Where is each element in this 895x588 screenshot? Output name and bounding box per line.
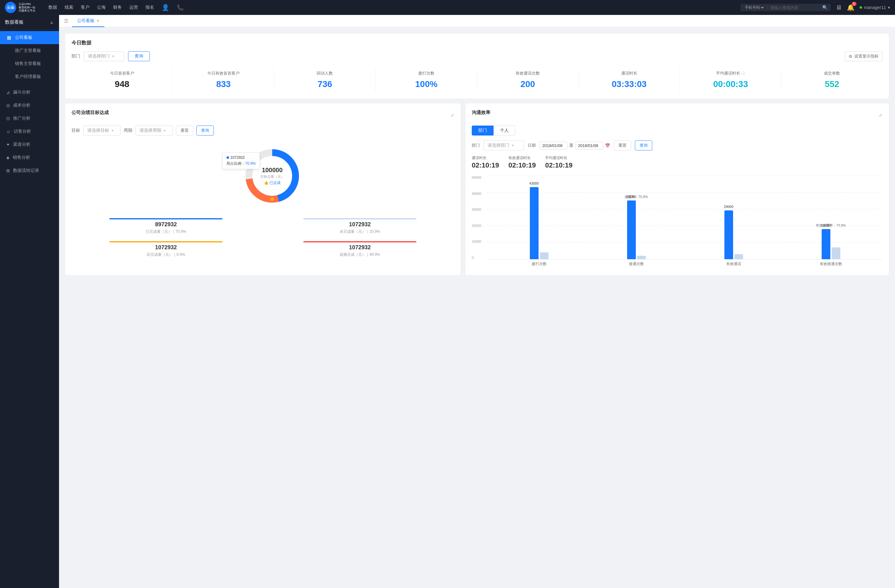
bar-pair-2: 29000	[724, 211, 743, 259]
period-select[interactable]: 请选择周期 ▾	[135, 126, 173, 135]
tab-company[interactable]: 公司看板 ✕	[72, 15, 105, 27]
stat-item-7: 成交单数 552	[781, 67, 883, 92]
stat-item-4: 有效通话次数 200	[477, 67, 579, 92]
user-info[interactable]: manager11 ▾	[860, 5, 890, 10]
sidebar-item-company[interactable]: ▦ 公司看板	[0, 31, 59, 44]
donut-tooltip: 1072932 所占比例：70.9%	[223, 153, 260, 169]
filter-left: 部门 请选择部门 ▾ 查询	[71, 51, 150, 61]
main: ☰ 公司看板 ✕ 今日数据 部门 请选择部门 ▾ 查询	[59, 15, 895, 588]
settings-btn[interactable]: ⚙ 设置显示指标	[845, 51, 883, 61]
sidebar-item-channel[interactable]: ✦渠道分析	[0, 138, 59, 151]
comm-dept-arrow: ▾	[512, 143, 514, 148]
completed-value: 8972932	[71, 221, 261, 228]
bar-3-label: 18000	[821, 223, 831, 227]
target-expand-icon[interactable]: ⤢	[451, 113, 454, 118]
sidebar-item-funnel[interactable]: ⊿漏斗分析	[0, 86, 59, 99]
stat-value-7: 552	[784, 79, 880, 89]
today-query-btn[interactable]: 查询	[128, 51, 150, 61]
dept-select[interactable]: 请选择部门 ▾	[84, 51, 124, 61]
target-stats-grid: 8972932 已完成量（元）｜70.9% 1072932 未完成量（元）｜20…	[71, 216, 454, 257]
donut-center: 100000 目标总量（元） 👍 已达成	[261, 167, 284, 186]
stat-value-5: 03:33:03	[581, 79, 677, 89]
phone-icon[interactable]: 📞	[177, 4, 184, 11]
search-type-select[interactable]: 手机号码	[744, 5, 765, 10]
x-label-3: 有效接通次数	[782, 261, 880, 267]
target-select[interactable]: 请选择目标 ▾	[83, 126, 121, 135]
search-divider	[767, 5, 768, 10]
stat-box-over: 1072932 超额完成（元）｜89.9%	[265, 239, 454, 257]
bar-0-light	[540, 252, 549, 259]
bar-group-3: 有效接通率：70.9% 18000	[782, 223, 880, 259]
bar-pair-0: 43000	[530, 187, 549, 259]
chart-area: 43000 接通率：70.9%	[487, 176, 883, 259]
dropdown-arrow: ▾	[888, 5, 890, 10]
date-to-input[interactable]	[575, 142, 603, 150]
bar-3-main: 18000	[822, 229, 830, 259]
period-select-text: 请选择周期	[140, 128, 161, 133]
nav-right: 手机号码 🔍 🖥 🔔 5 manager11 ▾	[740, 4, 890, 11]
nav-item-sea[interactable]: 公海	[97, 5, 106, 10]
comm-tab-personal[interactable]: 个人	[493, 126, 515, 135]
nav-item-ops[interactable]: 运营	[129, 5, 138, 10]
comm-reset-btn[interactable]: 重置	[614, 141, 631, 150]
comm-expand-icon[interactable]: ⤢	[879, 113, 883, 118]
online-dot	[860, 6, 862, 9]
stat-label-4: 有效通话次数	[480, 71, 576, 76]
sidebar-item-account-manager[interactable]: 客户经理看板	[0, 70, 59, 83]
nav-item-signup[interactable]: 报名	[146, 5, 154, 10]
sidebar-item-promo[interactable]: ⊡推广分析	[0, 112, 59, 125]
sidebar-toggle[interactable]: ▲	[49, 20, 54, 25]
nav-item-customer[interactable]: 客户	[81, 5, 90, 10]
target-query-btn[interactable]: 查询	[196, 126, 214, 135]
tab-menu-icon[interactable]: ☰	[64, 18, 68, 24]
sidebar-item-flow[interactable]: ⊞数据流转记录	[0, 164, 59, 177]
uncompleted-desc: 未完成量（元）｜20.9%	[265, 229, 454, 234]
search-input[interactable]	[770, 5, 820, 10]
tab-bar: ☰ 公司看板 ✕	[59, 15, 895, 27]
bar-0-label: 43000	[529, 182, 539, 185]
date-from-input[interactable]	[540, 142, 567, 150]
comm-query-btn[interactable]: 查询	[635, 141, 652, 150]
comm-stat-label-1: 有效通话时长	[508, 155, 536, 161]
stat-value-0: 948	[74, 79, 170, 89]
y-label-1: 10000	[472, 239, 481, 243]
bar-2-blue	[724, 211, 733, 259]
y-label-4: 40000	[472, 192, 481, 195]
y-label-0: 0	[472, 256, 481, 259]
stat-value-6: 00:00:33	[683, 79, 778, 89]
dept-select-arrow: ▾	[112, 54, 114, 58]
sidebar-item-sales[interactable]: ◈销售分析	[0, 151, 59, 164]
stat-value-4: 200	[480, 79, 576, 89]
date-calendar-icon[interactable]: 📅	[605, 143, 610, 148]
stats-row: 今日首咨客户 948 今日有效首咨客户 833 回访人数 736 拨打次数 10…	[71, 67, 883, 92]
nav-item-data[interactable]: 数据	[49, 5, 57, 10]
stat-box-uncompleted: 1072932 未完成量（元）｜20.9%	[265, 216, 454, 234]
comm-dept-select-text: 请选择部门	[488, 142, 509, 148]
sidebar-item-cost[interactable]: ◎成本分析	[0, 99, 59, 112]
comm-tab-dept[interactable]: 部门	[472, 126, 493, 135]
sidebar-item-promo-manager[interactable]: 推广主管看板	[0, 44, 59, 57]
content: 今日数据 部门 请选择部门 ▾ 查询 ⚙ 设置显示指标	[59, 27, 895, 588]
bar-pair-3: 18000	[822, 229, 840, 259]
uncompleted-bar	[303, 218, 417, 220]
nav-item-leads[interactable]: 线索	[65, 5, 73, 10]
sidebar-item-visitor[interactable]: ☺访客分析	[0, 125, 59, 138]
top-nav: 云朵 云朵CRM 教育机构一站 式服务云平台 数据 线索 客户 公海 财务 运营…	[0, 0, 895, 15]
stat-value-1: 833	[175, 79, 271, 89]
user-icon[interactable]: 👤	[162, 4, 169, 11]
target-label: 目标	[71, 128, 80, 133]
bar-group-0: 43000	[490, 187, 588, 259]
sidebar-item-sales-manager[interactable]: 销售主管看板	[0, 57, 59, 70]
comm-dept-select[interactable]: 请选择部门 ▾	[484, 141, 524, 150]
comm-panel: 沟通效率 ⤢ 部门 个人 部门 请选择部门 ▾ 日期	[466, 103, 889, 275]
target-reset-btn[interactable]: 重置	[176, 126, 193, 135]
tab-close-icon[interactable]: ✕	[96, 19, 99, 23]
monitor-icon[interactable]: 🖥	[836, 4, 842, 11]
search-icon[interactable]: 🔍	[822, 5, 828, 10]
y-label-5: 50000	[472, 176, 481, 179]
stat-label-1: 今日有效首咨客户	[175, 71, 271, 76]
comm-stat-value-2: 02:10:19	[545, 161, 572, 170]
bell-wrapper: 🔔 5	[847, 4, 855, 11]
comm-filter: 部门 请选择部门 ▾ 日期 至 📅 重置 查询	[472, 141, 883, 150]
nav-item-finance[interactable]: 财务	[113, 5, 122, 10]
